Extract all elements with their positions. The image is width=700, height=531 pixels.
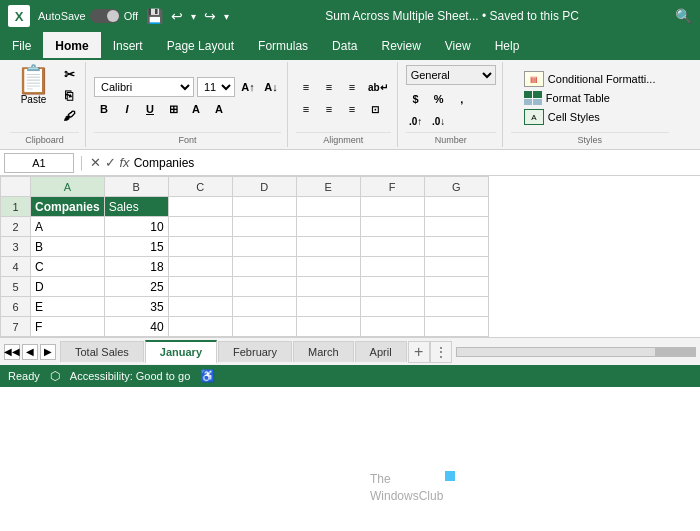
col-header-d[interactable]: D bbox=[232, 177, 296, 197]
tab-scrollbar[interactable] bbox=[456, 347, 696, 357]
currency-button[interactable]: $ bbox=[406, 89, 426, 109]
font-name-dropdown[interactable]: Calibri bbox=[94, 77, 194, 97]
cell-styles-button[interactable]: A Cell Styles bbox=[522, 108, 658, 126]
cell-g5[interactable] bbox=[424, 277, 488, 297]
sheet-tab-april[interactable]: April bbox=[355, 341, 407, 362]
align-right-button[interactable]: ≡ bbox=[342, 99, 362, 119]
cell-e3[interactable] bbox=[296, 237, 360, 257]
number-format-dropdown[interactable]: General bbox=[406, 65, 496, 85]
font-size-dropdown[interactable]: 11 bbox=[197, 77, 235, 97]
cell-c3[interactable] bbox=[168, 237, 232, 257]
tab-view[interactable]: View bbox=[433, 32, 483, 60]
merge-button[interactable]: ⊡ bbox=[365, 99, 385, 119]
cell-f5[interactable] bbox=[360, 277, 424, 297]
tab-data[interactable]: Data bbox=[320, 32, 369, 60]
wrap-text-button[interactable]: ab↵ bbox=[365, 77, 391, 97]
sheet-tab-january[interactable]: January bbox=[145, 340, 217, 364]
sheet-nav-prev[interactable]: ◀ bbox=[22, 344, 38, 360]
corner-cell[interactable] bbox=[1, 177, 31, 197]
cell-b3[interactable]: 15 bbox=[104, 237, 168, 257]
sheet-tab-march[interactable]: March bbox=[293, 341, 354, 362]
copy-button[interactable]: ⎘ bbox=[59, 85, 79, 105]
format-as-table-button[interactable]: Format Table bbox=[522, 90, 658, 106]
add-sheet-button[interactable]: + bbox=[408, 341, 430, 363]
sheet-nav-next[interactable]: ▶ bbox=[40, 344, 56, 360]
search-icon[interactable]: 🔍 bbox=[675, 8, 692, 24]
cell-c5[interactable] bbox=[168, 277, 232, 297]
cell-a3[interactable]: B bbox=[31, 237, 105, 257]
row-header-4[interactable]: 4 bbox=[1, 257, 31, 277]
align-top-left-button[interactable]: ≡ bbox=[296, 77, 316, 97]
cell-a5[interactable]: D bbox=[31, 277, 105, 297]
cell-b5[interactable]: 25 bbox=[104, 277, 168, 297]
row-header-6[interactable]: 6 bbox=[1, 297, 31, 317]
cancel-entry-icon[interactable]: ✕ bbox=[90, 155, 101, 170]
cell-c4[interactable] bbox=[168, 257, 232, 277]
cell-a7[interactable]: F bbox=[31, 317, 105, 337]
cell-c7[interactable] bbox=[168, 317, 232, 337]
cell-g1[interactable] bbox=[424, 197, 488, 217]
cell-d3[interactable] bbox=[232, 237, 296, 257]
cell-g6[interactable] bbox=[424, 297, 488, 317]
cell-f7[interactable] bbox=[360, 317, 424, 337]
tab-insert[interactable]: Insert bbox=[101, 32, 155, 60]
cell-a4[interactable]: C bbox=[31, 257, 105, 277]
cell-g4[interactable] bbox=[424, 257, 488, 277]
col-header-f[interactable]: F bbox=[360, 177, 424, 197]
row-header-5[interactable]: 5 bbox=[1, 277, 31, 297]
col-header-c[interactable]: C bbox=[168, 177, 232, 197]
cell-a1[interactable]: Companies bbox=[31, 197, 105, 217]
redo-dropdown-icon[interactable]: ▾ bbox=[224, 11, 229, 22]
cell-reference-input[interactable] bbox=[4, 153, 74, 173]
border-button[interactable]: ⊞ bbox=[163, 99, 183, 119]
sheet-nav-first[interactable]: ◀◀ bbox=[4, 344, 20, 360]
col-header-b[interactable]: B bbox=[104, 177, 168, 197]
bold-button[interactable]: B bbox=[94, 99, 114, 119]
cell-e1[interactable] bbox=[296, 197, 360, 217]
cell-f4[interactable] bbox=[360, 257, 424, 277]
cell-c6[interactable] bbox=[168, 297, 232, 317]
italic-button[interactable]: I bbox=[117, 99, 137, 119]
cell-d5[interactable] bbox=[232, 277, 296, 297]
align-top-right-button[interactable]: ≡ bbox=[342, 77, 362, 97]
cut-button[interactable]: ✂ bbox=[59, 64, 79, 84]
cell-a2[interactable]: A bbox=[31, 217, 105, 237]
cell-d2[interactable] bbox=[232, 217, 296, 237]
col-header-a[interactable]: A bbox=[31, 177, 105, 197]
accessibility-icon[interactable]: ♿ bbox=[200, 369, 215, 383]
row-header-1[interactable]: 1 bbox=[1, 197, 31, 217]
tab-review[interactable]: Review bbox=[369, 32, 432, 60]
tab-page-layout[interactable]: Page Layout bbox=[155, 32, 246, 60]
sheet-tab-february[interactable]: February bbox=[218, 341, 292, 362]
cell-e6[interactable] bbox=[296, 297, 360, 317]
formula-input[interactable] bbox=[134, 153, 696, 173]
cell-g3[interactable] bbox=[424, 237, 488, 257]
cell-f6[interactable] bbox=[360, 297, 424, 317]
cell-b1[interactable]: Sales bbox=[104, 197, 168, 217]
percent-button[interactable]: % bbox=[429, 89, 449, 109]
align-left-button[interactable]: ≡ bbox=[296, 99, 316, 119]
increase-font-button[interactable]: A↑ bbox=[238, 77, 258, 97]
cell-g2[interactable] bbox=[424, 217, 488, 237]
cell-e4[interactable] bbox=[296, 257, 360, 277]
increase-decimal-button[interactable]: .0↑ bbox=[406, 111, 426, 131]
cell-f2[interactable] bbox=[360, 217, 424, 237]
paste-button[interactable]: 📋 Paste bbox=[10, 64, 57, 126]
cell-d4[interactable] bbox=[232, 257, 296, 277]
cell-a6[interactable]: E bbox=[31, 297, 105, 317]
tab-file[interactable]: File bbox=[0, 32, 43, 60]
fill-color-button[interactable]: A bbox=[186, 99, 206, 119]
row-header-3[interactable]: 3 bbox=[1, 237, 31, 257]
cell-e7[interactable] bbox=[296, 317, 360, 337]
cell-b4[interactable]: 18 bbox=[104, 257, 168, 277]
cell-d7[interactable] bbox=[232, 317, 296, 337]
decrease-font-button[interactable]: A↓ bbox=[261, 77, 281, 97]
autosave-toggle[interactable] bbox=[90, 9, 120, 23]
cell-e5[interactable] bbox=[296, 277, 360, 297]
font-color-button[interactable]: A bbox=[209, 99, 229, 119]
insert-function-icon[interactable]: fx bbox=[120, 155, 130, 170]
row-header-2[interactable]: 2 bbox=[1, 217, 31, 237]
cell-b7[interactable]: 40 bbox=[104, 317, 168, 337]
save-icon[interactable]: 💾 bbox=[146, 8, 163, 24]
format-painter-button[interactable]: 🖌 bbox=[59, 106, 79, 126]
